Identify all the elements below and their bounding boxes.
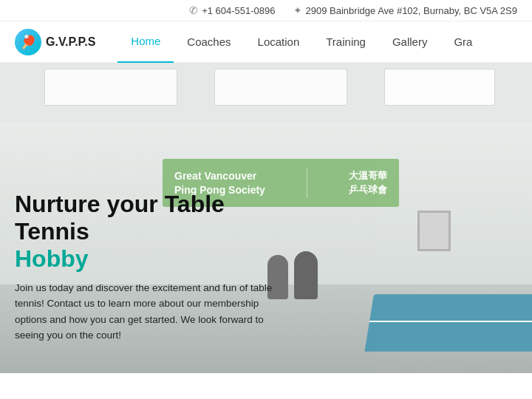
header: 🏓 G.V.P.P.S Home Coaches Location Traini…: [0, 21, 532, 63]
address-info: ✦ 2909 Bainbridge Ave #102, Burnaby, BC …: [293, 4, 517, 16]
phone-number: +1 604-551-0896: [202, 5, 275, 16]
top-bar: ✆ +1 604-551-0896 ✦ 2909 Bainbridge Ave …: [0, 0, 532, 21]
nav-item-gra[interactable]: Gra: [440, 21, 485, 63]
logo-icon: 🏓: [15, 29, 41, 55]
hero-content: Nurture your Table Tennis Hobby Join us …: [15, 191, 296, 344]
hero-title-main: Nurture your Table Tennis: [15, 191, 296, 245]
hero-title-accent: Hobby: [15, 245, 296, 273]
address-text: 2909 Bainbridge Ave #102, Burnaby, BC V5…: [306, 5, 517, 16]
phone-icon: ✆: [189, 4, 198, 16]
logo-text: G.V.P.P.S: [46, 35, 95, 49]
hero-description: Join us today and discover the excitemen…: [15, 280, 281, 344]
nav-item-training[interactable]: Training: [313, 21, 379, 63]
nav-item-home[interactable]: Home: [117, 21, 174, 63]
location-icon: ✦: [293, 4, 302, 16]
phone-info: ✆ +1 604-551-0896: [189, 4, 275, 16]
main-nav: Home Coaches Location Training Gallery G…: [117, 21, 485, 62]
nav-item-location[interactable]: Location: [245, 21, 313, 63]
nav-item-coaches[interactable]: Coaches: [174, 21, 244, 63]
logo[interactable]: 🏓 G.V.P.P.S: [15, 29, 95, 55]
nav-item-gallery[interactable]: Gallery: [379, 21, 441, 63]
hero-section: Great Vancouver Ping Pong Society 大溫哥華 乒…: [0, 63, 532, 373]
